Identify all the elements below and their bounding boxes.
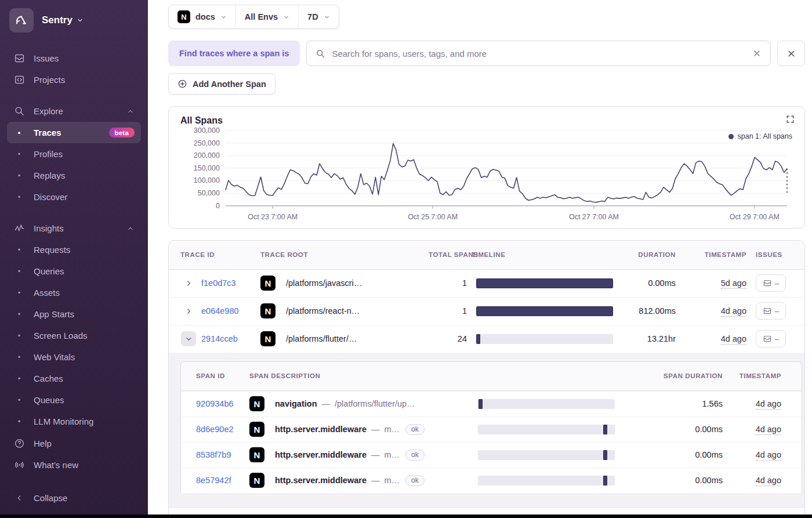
bullet-icon: • — [13, 310, 25, 318]
date-range-selector[interactable]: 7D — [298, 5, 339, 28]
span-status-badge: ok — [405, 450, 425, 461]
sidebar-item-label: Requests — [34, 245, 70, 255]
timestamp-link[interactable]: 4d ago — [756, 425, 781, 435]
issues-button[interactable]: – — [756, 330, 786, 347]
issues-button[interactable]: – — [756, 302, 786, 320]
expand-trace-button[interactable] — [181, 276, 196, 291]
chart-legend-item[interactable]: span 1: All spans — [728, 132, 792, 140]
search-icon — [13, 106, 25, 117]
sidebar-item-projects[interactable]: Projects — [7, 69, 141, 90]
sidebar-section-explore[interactable]: Explore — [7, 100, 141, 122]
expand-trace-button[interactable] — [181, 331, 196, 346]
sidebar-item-assets[interactable]: •Assets — [7, 282, 141, 303]
issues-count: – — [775, 278, 780, 288]
span-id-link[interactable]: 8538f7b9 — [196, 450, 231, 459]
span-search-row: Find traces where a span is — [168, 41, 805, 66]
span-id-cell: 8e57942f — [194, 476, 247, 485]
sidebar-item-traces[interactable]: •Tracesbeta — [7, 122, 141, 143]
timeline-marker — [603, 450, 607, 460]
sidebar-item-queues[interactable]: •Queues — [7, 389, 141, 411]
expand-chart-icon[interactable] — [786, 115, 795, 126]
sidebar-item-caches[interactable]: •Caches — [7, 368, 141, 389]
span-id-link[interactable]: 920934b6 — [196, 399, 234, 408]
sidebar-item-discover[interactable]: •Discover — [7, 186, 141, 208]
trace-timeline-bar — [476, 278, 613, 288]
trace-id-link[interactable]: e064e980 — [201, 306, 239, 316]
timestamp-link[interactable]: 4d ago — [756, 450, 781, 461]
trace-table-panel: TRACE IDTRACE ROOTTOTAL SPANSTIMELINEDUR… — [168, 240, 805, 518]
sidebar-item-queries[interactable]: •Queries — [7, 260, 141, 282]
sidebar-collapse-button[interactable]: Collapse — [7, 487, 141, 509]
span-timeline-bar — [478, 399, 615, 409]
span-id-cell: 8d6e90e2 — [194, 425, 247, 434]
sidebar-item-label: LLM Monitoring — [34, 416, 93, 426]
timestamp-link[interactable]: 4d ago — [756, 399, 781, 410]
trace-id-link[interactable]: f1e0d7c3 — [201, 278, 236, 288]
span-timeline-bar — [478, 425, 615, 434]
duration-value: 13.21hr — [613, 334, 687, 343]
span-op: http.server.middleware — [275, 425, 367, 434]
span-id-link[interactable]: 8d6e90e2 — [196, 425, 234, 434]
timeline-cell — [471, 476, 615, 486]
sidebar-item-replays[interactable]: •Replays — [7, 165, 141, 186]
svg-text:300,000: 300,000 — [194, 126, 220, 135]
span-desc-text: m… — [384, 425, 400, 434]
expander-cell — [178, 331, 199, 346]
span-id-link[interactable]: 8e57942f — [196, 476, 231, 485]
issues-icon — [13, 53, 25, 64]
svg-text:250,000: 250,000 — [194, 139, 220, 147]
sidebar-item-web-vitals[interactable]: •Web Vitals — [7, 346, 141, 368]
remove-span-condition-button[interactable] — [777, 41, 805, 66]
sidebar-item-llm-monitoring[interactable]: •LLM Monitoring — [7, 411, 141, 432]
timeline-marker — [603, 425, 607, 434]
sidebar-item-screen-loads[interactable]: •Screen Loads — [7, 325, 141, 346]
nextjs-platform-icon: N — [260, 276, 276, 291]
sidebar-item-issues[interactable]: Issues — [7, 48, 141, 69]
org-switcher[interactable]: Sentry — [0, 8, 148, 32]
span-row: 8538f7b9Nhttp.server.middleware—m…ok0.00… — [181, 442, 802, 468]
add-another-span-button[interactable]: Add Another Span — [168, 73, 276, 95]
bullet-icon: • — [13, 150, 25, 158]
expand-trace-button[interactable] — [181, 303, 196, 318]
timestamp-link[interactable]: 5d ago — [721, 278, 746, 289]
sidebar-item-requests[interactable]: •Requests — [7, 239, 141, 260]
column-header: SPAN DESCRIPTION — [247, 372, 471, 379]
span-status-badge: ok — [405, 424, 425, 435]
issues-button[interactable]: – — [756, 274, 786, 292]
legend-label: span 1: All spans — [737, 132, 792, 140]
search-input[interactable] — [332, 49, 746, 59]
span-desc-text: /platforms/flutter/up… — [335, 399, 415, 408]
trace-id-link[interactable]: 2914cceb — [201, 334, 238, 343]
bullet-icon: • — [13, 128, 25, 137]
find-traces-chip[interactable]: Find traces where a span is — [168, 41, 300, 66]
timestamp-link[interactable]: 4d ago — [756, 476, 781, 486]
timestamp-cell: 4d ago — [725, 476, 784, 485]
trace-table-body: f1e0d7c3N/platforms/javascri…10.00ms5d a… — [169, 270, 804, 508]
sidebar-item-app-starts[interactable]: •App Starts — [7, 303, 141, 325]
sidebar-section-label: Insights — [34, 223, 64, 233]
timeline-marker — [603, 476, 607, 486]
nextjs-platform-icon: N — [249, 447, 264, 462]
span-timeline-bar — [478, 476, 615, 486]
span-search-box — [306, 41, 771, 66]
sidebar-section-insights[interactable]: Insights — [7, 218, 141, 239]
sentry-app: Sentry IssuesProjectsExplore•Tracesbeta•… — [0, 0, 812, 518]
trace-row: 2914ccebN/platforms/flutter/…2413.21hr4d… — [169, 325, 804, 353]
clear-search-icon[interactable] — [752, 49, 762, 58]
issues-cell: – — [748, 330, 796, 347]
separator: — — [371, 476, 380, 485]
sidebar-item-help[interactable]: Help — [7, 433, 141, 454]
search-icon — [316, 49, 325, 59]
span-op: http.server.middleware — [275, 450, 367, 459]
sidebar-item-profiles[interactable]: •Profiles — [7, 143, 141, 165]
timeline-cell — [469, 334, 613, 344]
trace-root: /platforms/javascri… — [284, 278, 426, 288]
issues-small-icon — [763, 306, 772, 316]
timestamp-link[interactable]: 4d ago — [721, 306, 746, 317]
environment-selector[interactable]: All Envs — [235, 5, 298, 28]
project-selector[interactable]: N docs — [169, 5, 235, 28]
sidebar-item-what-s-new[interactable]: What's new — [7, 454, 141, 476]
timestamp-link[interactable]: 4d ago — [721, 334, 746, 345]
issues-count: – — [775, 306, 780, 316]
trace-table-header: TRACE IDTRACE ROOTTOTAL SPANSTIMELINEDUR… — [169, 241, 804, 270]
